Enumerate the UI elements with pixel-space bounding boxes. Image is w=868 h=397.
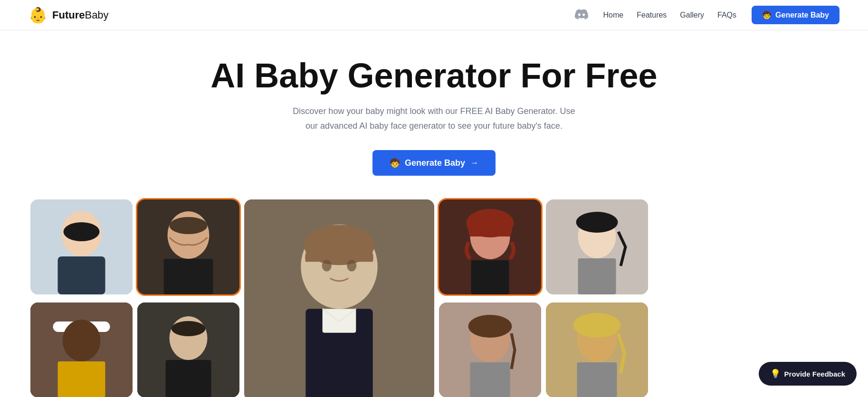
svg-rect-38 <box>577 362 617 397</box>
photo-leo <box>137 199 239 294</box>
gallery-columns <box>30 199 838 397</box>
gallery-beyonce[interactable] <box>546 302 648 397</box>
photo-beyonce <box>546 302 648 397</box>
gallery-left-grid <box>30 199 239 397</box>
gallery-tom[interactable] <box>137 302 239 397</box>
feedback-label: Provide Feedback <box>784 370 845 378</box>
hero-subtitle: Discover how your baby might look with o… <box>10 104 858 133</box>
photo-tom <box>137 302 239 397</box>
nav-links: Home Features Gallery FAQs <box>603 11 737 19</box>
nav-faqs[interactable]: FAQs <box>717 11 736 19</box>
photo-zendaya <box>439 302 541 397</box>
gallery-redhead[interactable] <box>439 199 541 294</box>
logo[interactable]: 👶 FutureBaby <box>29 8 109 23</box>
nav-generate-label: Generate Baby <box>775 11 829 19</box>
gallery-asian-woman[interactable] <box>546 199 648 294</box>
nav-features[interactable]: Features <box>637 11 667 19</box>
svg-point-10 <box>62 320 100 361</box>
svg-rect-30 <box>578 258 616 294</box>
navbar: 👶 FutureBaby Home Features Gallery FAQs … <box>0 0 868 30</box>
gallery-baby-result[interactable] <box>244 199 434 397</box>
hero-generate-icon: 🧒 <box>390 158 400 168</box>
photo-asian-woman <box>546 199 648 294</box>
svg-point-7 <box>169 217 207 234</box>
feedback-button[interactable]: 💡 Provide Feedback <box>759 362 857 386</box>
svg-rect-26 <box>471 260 509 294</box>
svg-point-37 <box>573 313 620 338</box>
nav-generate-button[interactable]: 🧒 Generate Baby <box>752 6 839 24</box>
nav-home[interactable]: Home <box>603 11 624 19</box>
gallery-lebron[interactable] <box>30 302 133 397</box>
hero-title: AI Baby Generator For Free <box>10 57 858 95</box>
gallery-leo[interactable] <box>137 199 239 294</box>
svg-point-3 <box>63 222 99 241</box>
nav-gallery[interactable]: Gallery <box>680 11 704 19</box>
photo-asian-man <box>30 199 133 294</box>
hero-section: AI Baby Generator For Free Discover how … <box>0 30 868 195</box>
nav-generate-icon: 🧒 <box>762 10 772 19</box>
svg-rect-2 <box>57 256 105 294</box>
svg-point-33 <box>468 315 512 338</box>
nav-right: Home Features Gallery FAQs 🧒 Generate Ba… <box>575 6 839 24</box>
gallery-zendaya[interactable] <box>439 302 541 397</box>
gallery-asian-man[interactable] <box>30 199 133 294</box>
photo-redhead <box>439 199 541 294</box>
hero-generate-label: Generate Baby <box>405 158 465 168</box>
svg-point-29 <box>576 212 618 233</box>
svg-rect-6 <box>163 259 213 294</box>
photo-baby-center <box>244 199 434 397</box>
gallery-right-grid <box>439 199 648 397</box>
photo-lebron <box>30 302 133 397</box>
svg-point-19 <box>322 260 331 272</box>
brand-name: FutureBaby <box>52 9 109 21</box>
hero-generate-arrow: → <box>470 158 478 168</box>
logo-icon: 👶 <box>29 8 48 23</box>
gallery-section <box>0 199 868 397</box>
hero-generate-button[interactable]: 🧒 Generate Baby → <box>372 150 496 176</box>
svg-rect-14 <box>165 360 211 397</box>
feedback-icon: 💡 <box>770 369 781 379</box>
svg-rect-34 <box>470 362 510 397</box>
svg-rect-11 <box>57 361 105 397</box>
discord-icon[interactable] <box>575 8 588 23</box>
gallery-center <box>244 199 434 397</box>
svg-point-20 <box>347 260 356 272</box>
svg-point-15 <box>171 321 205 336</box>
